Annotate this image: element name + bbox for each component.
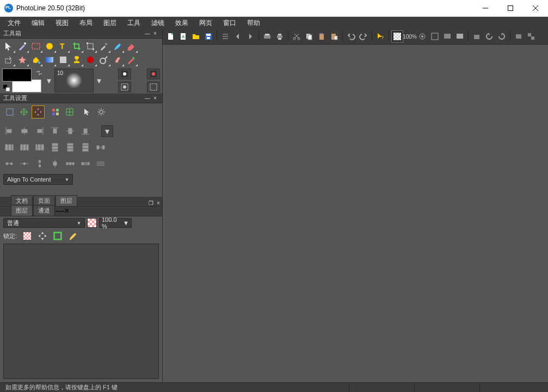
quickmask-d-button[interactable] bbox=[147, 82, 160, 92]
align-right-icon[interactable] bbox=[34, 125, 46, 137]
tool-gradient[interactable] bbox=[43, 53, 56, 66]
ts-grid-a-icon[interactable] bbox=[49, 105, 62, 119]
menu-tool[interactable]: 工具 bbox=[122, 17, 146, 29]
blend-mode-dropdown[interactable]: 普通 ▼ bbox=[3, 218, 85, 228]
list-button[interactable] bbox=[219, 30, 231, 42]
brush-preview[interactable]: 10 bbox=[54, 69, 94, 92]
menu-edit[interactable]: 编辑 bbox=[26, 17, 50, 29]
tool-eraser[interactable] bbox=[125, 40, 138, 53]
menu-layout[interactable]: 布局 bbox=[74, 17, 98, 29]
paste-into-button[interactable] bbox=[328, 30, 340, 42]
dist-left-icon[interactable] bbox=[3, 141, 15, 153]
tool-settings-min-icon[interactable]: — bbox=[144, 95, 151, 101]
checker-toggle-button[interactable] bbox=[391, 30, 403, 42]
tab-document[interactable]: 文档 bbox=[11, 195, 33, 206]
quickmask-c-button[interactable] bbox=[147, 69, 160, 79]
menu-effect[interactable]: 效果 bbox=[170, 17, 194, 29]
lock-position-icon[interactable] bbox=[38, 231, 47, 241]
space-v1-icon[interactable] bbox=[34, 158, 46, 170]
ts-pointer-icon[interactable] bbox=[81, 105, 94, 119]
menu-window[interactable]: 窗口 bbox=[218, 17, 242, 29]
zoom-fit-button[interactable] bbox=[416, 30, 428, 42]
print-button[interactable] bbox=[274, 30, 286, 42]
extra-a-button[interactable] bbox=[513, 30, 525, 42]
tool-move[interactable] bbox=[2, 53, 15, 66]
tool-wand[interactable] bbox=[16, 40, 29, 53]
canvas-body[interactable] bbox=[163, 45, 548, 382]
lock-bounds-icon[interactable] bbox=[53, 231, 63, 241]
align-vcenter-icon[interactable] bbox=[64, 125, 76, 137]
lock-pixels-icon[interactable] bbox=[22, 231, 32, 241]
tool-crop[interactable] bbox=[70, 40, 83, 53]
tool-transform[interactable] bbox=[84, 40, 97, 53]
tool-smudge[interactable] bbox=[111, 53, 124, 66]
extra-b-button[interactable] bbox=[525, 30, 537, 42]
toolbox-header[interactable]: 工具箱 — × bbox=[0, 29, 162, 39]
maximize-button[interactable] bbox=[498, 0, 523, 16]
help-pointer-button[interactable]: ? bbox=[374, 30, 386, 42]
redo-button[interactable] bbox=[358, 30, 370, 42]
undo-button[interactable] bbox=[345, 30, 357, 42]
tool-blur[interactable] bbox=[57, 53, 70, 66]
tool-pointer[interactable] bbox=[2, 40, 15, 53]
tool-healing[interactable] bbox=[84, 53, 97, 66]
align-hcenter-icon[interactable] bbox=[19, 125, 30, 137]
doc-tabs-close-icon[interactable]: × bbox=[155, 200, 162, 206]
space-v2-icon[interactable] bbox=[49, 158, 61, 170]
tool-stamp[interactable] bbox=[70, 53, 83, 66]
tool-shape[interactable] bbox=[43, 40, 56, 53]
dist-top-icon[interactable] bbox=[49, 141, 61, 153]
tool-settings-header[interactable]: 工具设置 — × bbox=[0, 94, 162, 103]
tool-lasso[interactable] bbox=[29, 40, 42, 53]
copy-button[interactable] bbox=[303, 30, 315, 42]
new-text-button[interactable]: A bbox=[177, 30, 189, 42]
subtab-layers[interactable]: 图层 bbox=[11, 205, 33, 216]
cut-button[interactable] bbox=[291, 30, 303, 42]
swap-colors-icon[interactable] bbox=[36, 70, 42, 76]
align-mode-dropdown[interactable]: Align To Content ▼ bbox=[3, 174, 73, 185]
tab-layers[interactable]: 图层 bbox=[56, 195, 77, 206]
fullscreen-button[interactable] bbox=[429, 30, 441, 42]
align-top-icon[interactable] bbox=[49, 125, 61, 137]
screen-a-button[interactable] bbox=[441, 30, 453, 42]
align-left-icon[interactable] bbox=[3, 125, 15, 137]
next-button[interactable] bbox=[244, 30, 256, 42]
close-button[interactable] bbox=[523, 0, 548, 16]
tab-page[interactable]: 页面 bbox=[33, 195, 55, 206]
align-more-dropdown[interactable]: ▾ bbox=[101, 125, 113, 137]
ts-layer-icon[interactable] bbox=[3, 105, 16, 119]
dist-right-icon[interactable] bbox=[34, 141, 46, 153]
quickmask-b-button[interactable] bbox=[118, 82, 131, 92]
rotate-a-button[interactable] bbox=[471, 30, 483, 42]
save-button[interactable] bbox=[202, 30, 214, 42]
subtab-channels[interactable]: 通道 bbox=[33, 205, 55, 216]
foreground-color-swatch[interactable] bbox=[2, 69, 32, 82]
swatch-dropdown-icon[interactable]: ▾ bbox=[46, 69, 52, 92]
tool-magic-wand[interactable] bbox=[16, 53, 29, 66]
opacity-checker-icon[interactable] bbox=[87, 218, 97, 228]
prev-button[interactable] bbox=[232, 30, 244, 42]
tool-sponge[interactable] bbox=[125, 53, 138, 66]
ts-move-icon[interactable] bbox=[32, 105, 45, 119]
dist-bottom-icon[interactable] bbox=[79, 141, 91, 153]
tool-eyedropper[interactable] bbox=[97, 40, 110, 53]
reset-colors-icon[interactable] bbox=[3, 85, 10, 91]
dist-hcenter-icon[interactable] bbox=[19, 141, 30, 153]
subtabs-min-icon[interactable]: — bbox=[56, 206, 64, 216]
dist-gap-icon[interactable] bbox=[95, 141, 107, 153]
menu-view[interactable]: 视图 bbox=[50, 17, 74, 29]
layer-list[interactable] bbox=[3, 244, 159, 379]
ts-grid-b-icon[interactable] bbox=[63, 105, 76, 119]
tool-settings-close-icon[interactable]: × bbox=[151, 95, 159, 101]
quickmask-a-button[interactable] bbox=[118, 69, 131, 79]
tool-text[interactable]: T bbox=[57, 40, 70, 53]
toolbox-min-icon[interactable]: — bbox=[144, 30, 151, 36]
align-bottom-icon[interactable] bbox=[79, 125, 91, 137]
space-h2-icon[interactable] bbox=[19, 158, 30, 170]
screen-b-button[interactable] bbox=[454, 30, 466, 42]
rotate-left-button[interactable] bbox=[483, 30, 495, 42]
space-h1-icon[interactable] bbox=[3, 158, 15, 170]
zoom-label-button[interactable]: 100% bbox=[404, 30, 416, 42]
open-button[interactable] bbox=[190, 30, 202, 42]
toolbox-close-icon[interactable]: × bbox=[151, 30, 159, 36]
